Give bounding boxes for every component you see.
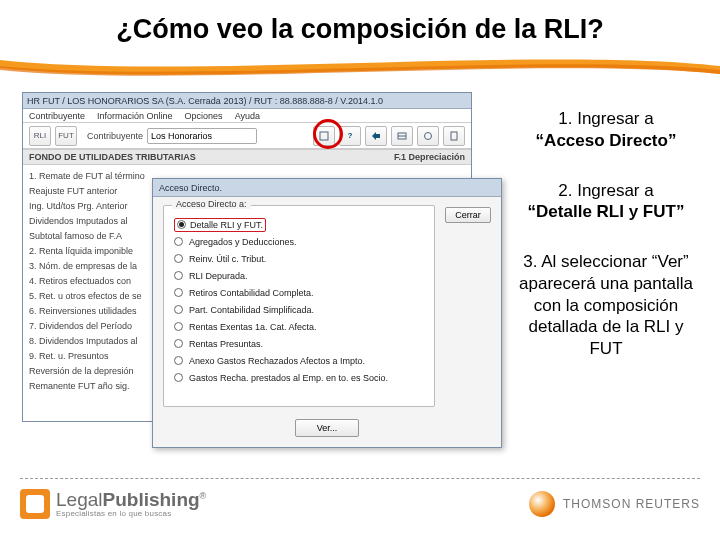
footer: LegalPublishing® Especialistas en lo que… bbox=[20, 478, 700, 522]
acceso-directo-group: Acceso Directo a: Detalle RLI y FUT. Agr… bbox=[163, 205, 435, 407]
menubar[interactable]: Contribuyente Información Online Opcione… bbox=[23, 109, 471, 123]
toolbar-btn-a[interactable] bbox=[313, 126, 335, 146]
menu-opciones[interactable]: Opciones bbox=[185, 111, 223, 121]
radio-rentas-presuntas[interactable]: Rentas Presuntas. bbox=[174, 335, 424, 352]
toolbar-fut-button[interactable]: FUT bbox=[55, 126, 77, 146]
toolbar-btn-e[interactable] bbox=[443, 126, 465, 146]
step-2: 2. Ingresar a “Detalle RLI y FUT” bbox=[514, 180, 698, 224]
radio-rli-depurada[interactable]: RLI Depurada. bbox=[174, 267, 424, 284]
menu-ayuda[interactable]: Ayuda bbox=[235, 111, 260, 121]
svg-point-3 bbox=[425, 132, 432, 139]
step-1: 1. Ingresar a “Acceso Directo” bbox=[514, 108, 698, 152]
contrib-label: Contribuyente bbox=[87, 131, 143, 141]
toolbar-help-icon[interactable]: ? bbox=[339, 126, 361, 146]
ver-button[interactable]: Ver... bbox=[295, 419, 359, 437]
lp-mark-icon bbox=[20, 489, 50, 519]
legalpublishing-logo: LegalPublishing® Especialistas en lo que… bbox=[20, 489, 206, 519]
svg-rect-0 bbox=[320, 132, 328, 140]
menu-info-online[interactable]: Información Online bbox=[97, 111, 173, 121]
radio-rentas-exentas[interactable]: Rentas Exentas 1a. Cat. Afecta. bbox=[174, 318, 424, 335]
menu-contribuyente[interactable]: Contribuyente bbox=[29, 111, 85, 121]
dialog-titlebar: Acceso Directo. bbox=[153, 179, 501, 197]
toolbar: RLI FUT Contribuyente ? bbox=[23, 123, 471, 149]
header-swoosh bbox=[0, 52, 720, 82]
instruction-steps: 1. Ingresar a “Acceso Directo” 2. Ingres… bbox=[514, 108, 698, 388]
page-title: ¿Cómo veo la composición de la RLI? bbox=[0, 14, 720, 45]
step-3: 3. Al seleccionar “Ver” aparecerá una pa… bbox=[514, 251, 698, 360]
radio-part-contabilidad[interactable]: Part. Contabilidad Simplificada. bbox=[174, 301, 424, 318]
svg-rect-4 bbox=[451, 132, 457, 140]
radio-agregados-deducciones[interactable]: Agregados y Deducciones. bbox=[174, 233, 424, 250]
window-titlebar: HR FUT / LOS HONORARIOS SA (S.A. Cerrada… bbox=[23, 93, 471, 109]
acceso-directo-dialog: Acceso Directo. Cerrar Acceso Directo a:… bbox=[152, 178, 502, 448]
radio-detalle-rli-fut[interactable]: Detalle RLI y FUT. bbox=[174, 216, 424, 233]
radio-retiros-contabilidad[interactable]: Retiros Contabilidad Completa. bbox=[174, 284, 424, 301]
thomson-reuters-logo: THOMSON REUTERS bbox=[529, 491, 700, 517]
section-header: FONDO DE UTILIDADES TRIBUTARIAS F.1 Depr… bbox=[23, 149, 471, 165]
toolbar-btn-d[interactable] bbox=[417, 126, 439, 146]
radio-reinv-util[interactable]: Reinv. Útil c. Tribut. bbox=[174, 250, 424, 267]
toolbar-acceso-directo-button[interactable] bbox=[365, 126, 387, 146]
contrib-input[interactable] bbox=[147, 128, 257, 144]
tr-mark-icon bbox=[529, 491, 555, 517]
cerrar-button[interactable]: Cerrar bbox=[445, 207, 491, 223]
group-label: Acceso Directo a: bbox=[172, 199, 251, 209]
radio-anexo-gastos[interactable]: Anexo Gastos Rechazados Afectos a Impto. bbox=[174, 352, 424, 369]
radio-gastos-recha[interactable]: Gastos Recha. prestados al Emp. en to. e… bbox=[174, 369, 424, 386]
toolbar-btn-c[interactable] bbox=[391, 126, 413, 146]
toolbar-rli-button[interactable]: RLI bbox=[29, 126, 51, 146]
